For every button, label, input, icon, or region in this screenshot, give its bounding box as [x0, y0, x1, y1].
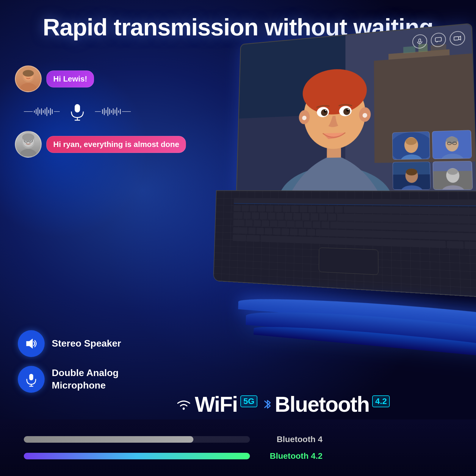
bluetooth-42-badge: 4.2 [372, 395, 390, 407]
bar-label-bt42: Bluetooth 4.2 [257, 451, 322, 461]
svg-rect-72 [29, 374, 33, 381]
bluetooth-badge: Bluetooth 4.2 [263, 392, 390, 416]
thumb-2 [432, 130, 472, 159]
chat-ctrl-btn[interactable] [431, 32, 446, 48]
chat-bubble-1: Hi Lewis! [46, 71, 94, 87]
tech-banner: WiFi 5G Bluetooth 4.2 [113, 392, 452, 416]
chat-row-1: Hi Lewis! [15, 65, 140, 92]
chat-bubble-2: Hi ryan, everything is almost done [46, 136, 186, 153]
bar-row-bt42: Bluetooth 4.2 [24, 451, 452, 461]
wifi-5g-badge: 5G [240, 395, 257, 407]
video-ctrl-btn[interactable] [450, 31, 465, 46]
bluetooth-text: Bluetooth [275, 392, 369, 416]
waveform-mic-icon [67, 101, 88, 122]
bar-track-bt4 [24, 436, 250, 443]
main-content: Rapid transmission without waiting Hi [0, 0, 476, 476]
waveform-row [15, 101, 140, 122]
svg-rect-69 [435, 37, 441, 41]
bar-fill-bt4 [24, 436, 193, 443]
svg-point-7 [23, 70, 34, 76]
microphone-icon-circle [18, 366, 45, 393]
feature-row-speaker: Stereo Speaker [18, 330, 121, 357]
svg-point-75 [183, 408, 185, 410]
avatar-1 [15, 65, 42, 92]
laptop-screen [236, 23, 476, 197]
bar-label-bt4: Bluetooth 4 [257, 435, 322, 444]
chat-area: Hi Lewis! [15, 65, 140, 167]
svg-rect-8 [75, 104, 80, 112]
features-area: Stereo Speaker Double Analog Microphone [18, 330, 121, 393]
thumb-row-1 [392, 130, 472, 160]
wave-right [95, 107, 131, 116]
bar-row-bt4: Bluetooth 4 [24, 435, 452, 444]
mic-label: Double Analog Microphone [52, 367, 119, 392]
bluetooth-icon [263, 398, 272, 411]
thumb-1 [392, 131, 430, 159]
video-thumbnails [392, 130, 473, 190]
thumb-3 [393, 162, 431, 190]
bar-fill-bt42 [24, 453, 250, 459]
laptop-container [202, 30, 476, 283]
wifi-icon [176, 398, 192, 410]
bar-track-bt42 [24, 453, 250, 459]
chat-row-2: Hi ryan, everything is almost done [15, 131, 140, 158]
wave-left [24, 107, 60, 116]
svg-rect-67 [419, 39, 421, 42]
speaker-icon-circle [18, 330, 45, 357]
keyboard-area [232, 198, 476, 280]
speaker-icon [24, 336, 39, 351]
microphone-icon [24, 372, 39, 387]
svg-point-12 [20, 149, 37, 158]
thumb-4 [433, 161, 473, 190]
thumb-row-2 [393, 161, 473, 190]
svg-point-21 [22, 134, 34, 141]
video-call-bg [237, 24, 476, 196]
screen-inner [237, 24, 476, 196]
mic-ctrl-btn[interactable] [412, 34, 427, 49]
laptop-wrapper [213, 20, 476, 296]
avatar-2 [15, 131, 42, 158]
wifi-text: WiFi [195, 392, 237, 416]
svg-marker-71 [26, 339, 33, 348]
wifi-badge: WiFi 5G [176, 392, 258, 416]
svg-point-1 [20, 83, 37, 92]
speaker-label: Stereo Speaker [52, 337, 121, 350]
svg-rect-70 [454, 37, 459, 40]
bottom-section: Bluetooth 4 Bluetooth 4.2 [0, 419, 476, 476]
platform [237, 274, 476, 363]
feature-row-mic: Double Analog Microphone [18, 366, 121, 393]
